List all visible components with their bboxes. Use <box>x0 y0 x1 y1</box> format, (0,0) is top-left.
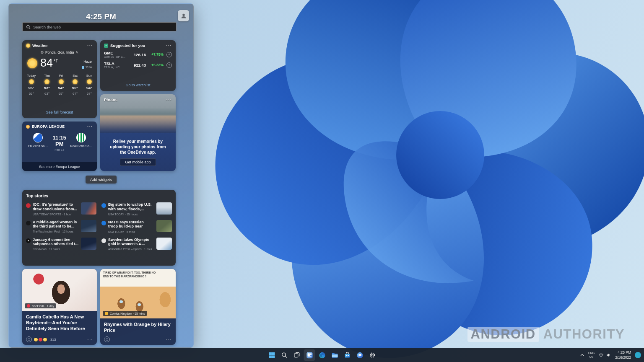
home-team-name: FK Zenit Sai... <box>28 144 48 148</box>
get-mobile-app-button[interactable]: Get mobile app <box>120 158 156 166</box>
stocks-menu-button[interactable]: ··· <box>166 44 172 47</box>
store-icon <box>344 352 351 359</box>
laugh-reaction-icon <box>34 337 38 342</box>
current-temperature: 84 <box>40 57 53 70</box>
taskbar-clock[interactable]: 4:25 PM 2/16/2022 <box>615 350 631 359</box>
add-to-watchlist-icon[interactable]: + <box>166 62 172 68</box>
web-search-bar[interactable] <box>22 22 177 31</box>
story-thumbnail <box>156 202 172 215</box>
desktop: ANDROID AUTHORITY 4:25 PM Weather ··· <box>0 0 644 362</box>
stocks-widget[interactable]: Suggested for you ··· GME GAMESTOP C... … <box>100 40 176 91</box>
heart-reaction-icon <box>38 337 43 342</box>
usa-today-sports-icon <box>26 203 31 208</box>
see-more-europa-link[interactable]: See more Europa League <box>22 162 97 171</box>
news-headline[interactable]: Rhymes with Orange by Hilary Price <box>100 318 176 335</box>
settings-gear-icon <box>369 352 376 358</box>
comic-caption: TIRED OF WEARING IT, TOO. THERE NO END T… <box>103 271 161 279</box>
camila-photo: SheFinds · 1 day <box>22 269 97 311</box>
task-view-button[interactable] <box>291 349 303 361</box>
taskbar: ENG US 4:25 PM 2/16/2022 <box>0 348 644 362</box>
forecast-sun-icon <box>73 79 78 84</box>
forecast-day[interactable]: Fri 94° 65° <box>58 74 64 96</box>
forecast-row: Today 95° 65° Thu 93° 63° Fri 94° 65° <box>22 70 97 96</box>
weather-menu-button[interactable]: ··· <box>87 44 93 47</box>
story-thumbnail <box>156 238 172 250</box>
notification-badge[interactable] <box>635 352 641 358</box>
file-explorer-button[interactable] <box>329 349 340 361</box>
edge-button[interactable] <box>317 349 328 361</box>
add-reaction-icon[interactable]: ☺ <box>104 336 110 342</box>
widgets-icon <box>306 352 313 359</box>
go-to-watchlist-link[interactable]: Go to watchlist <box>100 83 176 87</box>
wow-reaction-icon <box>43 337 47 342</box>
photos-widget[interactable]: Photos ··· Relive your memories by uploa… <box>100 94 176 171</box>
comics-kingdom-icon <box>105 312 108 315</box>
story-thumbnail <box>81 220 96 232</box>
add-widgets-button[interactable]: Add widgets <box>86 176 117 184</box>
add-reaction-icon[interactable]: ☺ <box>26 336 32 342</box>
edit-location-icon[interactable]: ✎ <box>75 51 78 54</box>
betis-logo <box>76 133 86 142</box>
forecast-day[interactable]: Sat 95° 67° <box>72 74 78 96</box>
top-stories-title: Top stories <box>26 194 172 198</box>
location-pin-icon <box>41 51 44 54</box>
settings-button[interactable] <box>367 349 378 361</box>
forecast-day[interactable]: Thu 93° 63° <box>44 74 50 96</box>
store-button[interactable] <box>342 349 353 361</box>
weather-title: Weather <box>32 43 48 48</box>
card-menu-button[interactable]: ··· <box>166 338 172 341</box>
forecast-day[interactable]: Today 95° 65° <box>27 74 36 96</box>
story-item[interactable]: January 6 committee subpoenas others tie… <box>26 235 96 253</box>
story-item[interactable]: Sweden takes Olympic gold in women's 4-.… <box>101 235 172 253</box>
stock-row[interactable]: TSLA TESLA, INC. 922.43 +5.33% + <box>100 59 176 70</box>
search-icon <box>26 25 31 29</box>
card-menu-button[interactable]: ··· <box>87 338 93 341</box>
news-headline[interactable]: Camila Cabello Has A New Boyfriend—And Y… <box>22 311 97 334</box>
chat-button[interactable] <box>354 349 366 361</box>
money-icon <box>104 44 108 48</box>
start-button[interactable] <box>266 349 278 361</box>
profile-button[interactable] <box>178 10 189 21</box>
story-thumbnail <box>156 220 172 232</box>
system-tray-icons[interactable] <box>598 352 611 358</box>
forecast-day[interactable]: Sun 94° 67° <box>86 74 92 96</box>
panel-clock: 4:25 PM <box>9 12 193 21</box>
widgets-button[interactable] <box>304 349 315 361</box>
photos-menu-button[interactable]: ··· <box>166 98 172 101</box>
europa-menu-button[interactable]: ··· <box>87 125 93 128</box>
see-full-forecast-link[interactable]: See full forecast <box>22 110 97 114</box>
photos-message: Relive your memories by uploading your p… <box>100 139 176 155</box>
weather-widget-icon <box>26 44 30 48</box>
weather-location[interactable]: Ponda, Goa, India <box>45 50 74 54</box>
zenit-logo <box>33 133 43 142</box>
story-item[interactable]: Big storm to wallop U.S. with snow, floo… <box>101 200 172 218</box>
humidity-value: 11% <box>86 65 92 69</box>
tray-date: 2/16/2022 <box>615 355 631 360</box>
europa-league-widget[interactable]: EUROPA LEAGUE ··· FK Zenit Sai... 11:15 … <box>22 122 97 171</box>
conditions-block: Haze 11% <box>82 57 92 69</box>
top-stories-widget: Top stories IOC: It's 'premature' to dra… <box>22 190 176 266</box>
stock-row[interactable]: GME GAMESTOP C... 126.16 +7.75% + <box>100 49 176 59</box>
edge-icon <box>319 352 325 359</box>
search-input[interactable] <box>33 25 173 29</box>
forecast-sun-icon <box>87 79 92 84</box>
story-item[interactable]: A middle-aged woman is the third patient… <box>26 218 96 235</box>
ap-sports-icon <box>101 238 106 243</box>
washington-post-icon <box>26 221 31 225</box>
cbs-news-icon <box>26 238 31 243</box>
add-to-watchlist-icon[interactable]: + <box>166 52 172 57</box>
story-item[interactable]: NATO says Russian troop build-up near Uk… <box>101 218 172 235</box>
humidity-droplet-icon <box>82 66 84 69</box>
source-chip: Comics Kingdom · 55 mins <box>103 311 147 316</box>
news-card-camila[interactable]: SheFinds · 1 day Camila Cabello Has A Ne… <box>22 269 97 345</box>
match-row[interactable]: FK Zenit Sai... 11:15 PM Feb 17 Real Bet… <box>22 130 97 152</box>
language-switcher[interactable]: ENG US <box>588 352 595 359</box>
hidden-icons-chevron-icon[interactable] <box>580 353 584 357</box>
taskbar-search-button[interactable] <box>279 349 290 361</box>
news-card-comic[interactable]: TIRED OF WEARING IT, TOO. THERE NO END T… <box>100 269 176 345</box>
reaction-count: 313 <box>50 338 56 341</box>
weather-widget[interactable]: Weather ··· Ponda, Goa, India ✎ 84 °F Ha… <box>22 40 97 118</box>
story-item[interactable]: IOC: It's 'premature' to draw conclusion… <box>26 200 96 218</box>
away-team-name: Real Betis Se... <box>70 144 92 148</box>
shefinds-icon <box>27 304 30 308</box>
